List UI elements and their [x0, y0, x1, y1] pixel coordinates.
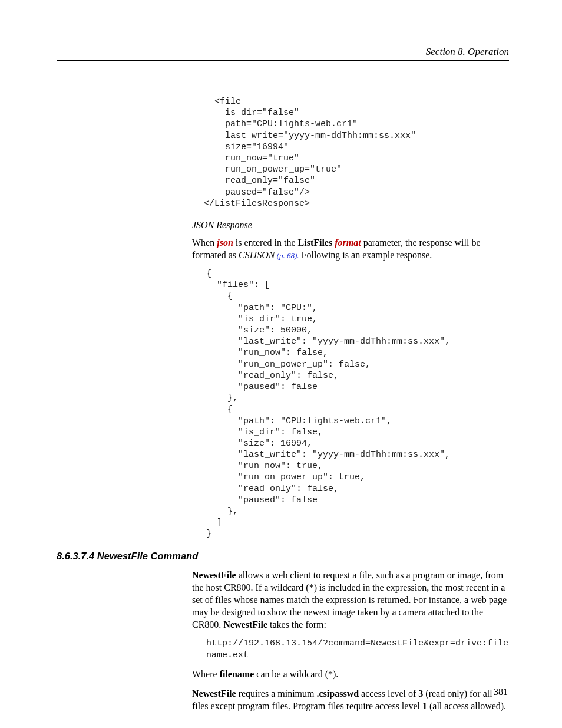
running-header: Section 8. Operation	[57, 46, 509, 61]
link-p68[interactable]: (p. 68).	[275, 251, 299, 260]
text-bold-format: format	[335, 238, 361, 248]
heading-newestfile-command: 8.6.3.7.4 NewestFile Command	[57, 551, 509, 562]
text-bold-newestfile2: NewestFile	[223, 620, 267, 630]
paragraph-newestfile-desc: NewestFile allows a web client to reques…	[192, 569, 509, 631]
text: is entered in the	[233, 238, 298, 248]
paragraph-access-level: NewestFile requires a minimum .csipasswd…	[192, 687, 509, 712]
text-bold-listfiles: ListFiles	[298, 238, 333, 248]
code-url-newestfile: http://192.168.13.154/?command=NewestFil…	[206, 638, 509, 661]
text: can be a wildcard (*).	[254, 669, 338, 679]
text: When	[192, 238, 217, 248]
text: (all access allowed).	[427, 701, 506, 711]
text: requires a minimum	[236, 689, 317, 699]
text-bold-1: 1	[422, 701, 427, 711]
heading-json-response: JSON Response	[192, 220, 509, 230]
paragraph-json-intro: When json is entered in the ListFiles fo…	[192, 236, 509, 261]
code-xml-listfiles: <file is_dir="false" path="CPU:lights-we…	[204, 96, 509, 209]
text-italic-csijson: CSIJSON	[239, 250, 275, 260]
text: takes the form:	[267, 620, 326, 630]
text-bold-json: json	[217, 238, 233, 248]
text: Where	[192, 669, 220, 679]
paragraph-filename-wildcard: Where filename can be a wildcard (*).	[192, 668, 509, 680]
text: access level of	[359, 689, 418, 699]
text-bold-newestfile3: NewestFile	[192, 689, 236, 699]
code-json-files: { "files": [ { "path": "CPU:", "is_dir":…	[206, 268, 509, 540]
text: Following is an example response.	[299, 250, 432, 260]
text-bold-filename: filename	[220, 669, 254, 679]
text-bold-newestfile: NewestFile	[192, 570, 236, 580]
text-bold-csipasswd: .csipasswd	[317, 689, 359, 699]
page-number: 381	[494, 687, 508, 697]
